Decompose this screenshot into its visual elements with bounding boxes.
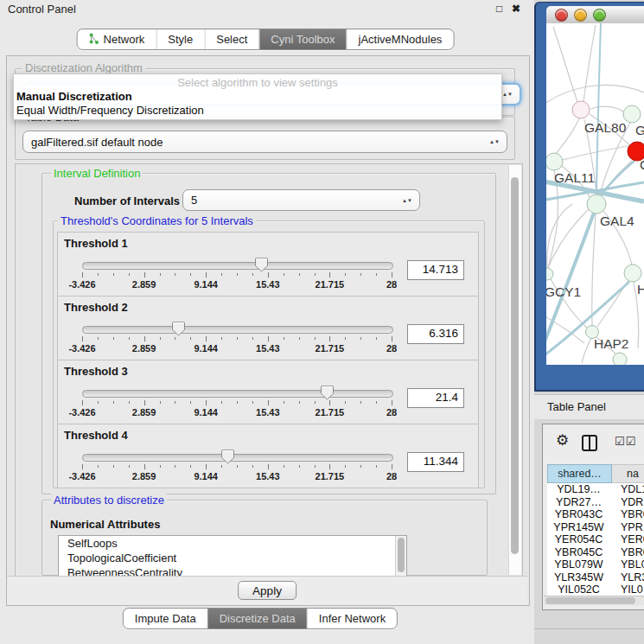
cell-name: YPR1 xyxy=(610,521,644,534)
threshold-slider[interactable]: -3.4262.8599.14415.4321.71528 xyxy=(82,454,392,481)
threshold-value-field[interactable]: 11.344 xyxy=(407,452,464,472)
threshold-row: Threshold 1-3.4262.8599.14415.4321.71528… xyxy=(57,232,479,296)
attribute-item-topologicalcoefficient[interactable]: TopologicalCoefficient xyxy=(59,551,406,565)
attributes-group-label: Attributes to discretize xyxy=(51,494,167,507)
slider-thumb[interactable] xyxy=(321,386,334,400)
interval-definition-label: Interval Definition xyxy=(51,167,143,180)
tab-discretize-data[interactable]: Discretize Data xyxy=(207,609,307,628)
cell-name: YDL1 xyxy=(610,483,644,496)
table-row[interactable]: YER054CYER0 xyxy=(547,533,644,546)
apply-strip: Apply xyxy=(7,576,527,605)
cell-shared-name: YDL19… xyxy=(547,483,610,496)
network-node[interactable] xyxy=(587,194,606,214)
tab-network[interactable]: Network xyxy=(78,29,156,49)
cell-name: YER0 xyxy=(610,533,644,546)
discretization-algorithm-label: Discretization Algorithm xyxy=(22,61,145,74)
apply-button[interactable]: Apply xyxy=(238,581,296,600)
attribute-item-selfloops[interactable]: SelfLoops xyxy=(59,536,406,551)
number-of-intervals-combo[interactable]: 5 ▲▼ xyxy=(182,189,420,211)
table-row[interactable]: YBR043CYBR0 xyxy=(547,508,644,521)
popup-option-manual-discretization[interactable]: Manual Discretization xyxy=(14,90,501,104)
network-edge[interactable] xyxy=(590,106,623,112)
table-row[interactable]: YIL052CYIL0 xyxy=(547,583,644,596)
network-edge[interactable] xyxy=(553,27,577,102)
list-scrollbar[interactable] xyxy=(395,536,406,576)
network-edge[interactable] xyxy=(583,25,596,102)
network-node[interactable] xyxy=(572,101,590,118)
table-row[interactable]: YDR27…YDR2 xyxy=(547,496,644,509)
tab-label: Infer Network xyxy=(319,612,386,625)
zoom-traffic-light[interactable] xyxy=(593,9,606,22)
cell-shared-name: YBR045C xyxy=(547,546,610,559)
slider-thumb[interactable] xyxy=(221,450,234,464)
thresholds-group: Threshold's Coordinates for 5 Intervals … xyxy=(53,220,485,488)
numerical-attributes-label: Numerical Attributes xyxy=(50,518,160,531)
column-header-shared-name[interactable]: shared… xyxy=(547,464,612,483)
cell-name: YBR0 xyxy=(610,546,644,559)
slider-track[interactable] xyxy=(82,262,393,270)
tab-style[interactable]: Style xyxy=(156,29,204,49)
slider-thumb[interactable] xyxy=(172,322,185,336)
threshold-label: Threshold 1 xyxy=(64,237,128,250)
popup-options: Manual DiscretizationEqual Width/Frequen… xyxy=(14,90,501,118)
threshold-slider[interactable]: -3.4262.8599.14415.4321.71528 xyxy=(82,326,392,354)
screenshot-root: Control Panel □ ✖ NetworkStyleSelectCyni… xyxy=(0,0,644,644)
network-edge[interactable] xyxy=(556,118,579,154)
table-row[interactable]: YDL19…YDL1 xyxy=(547,483,644,496)
network-node[interactable] xyxy=(624,265,641,282)
table-horizontal-scrollbar[interactable] xyxy=(544,596,644,605)
threshold-value-field[interactable]: 21.4 xyxy=(407,388,464,408)
threshold-value-field[interactable]: 14.713 xyxy=(407,260,464,280)
network-node-label: GAL11 xyxy=(554,170,595,185)
settings-vertical-scrollbar[interactable] xyxy=(508,165,521,575)
network-node[interactable] xyxy=(546,153,563,170)
slider-track[interactable] xyxy=(82,326,393,334)
network-edge[interactable] xyxy=(592,214,596,325)
tab-infer-network[interactable]: Infer Network xyxy=(307,609,397,628)
threshold-slider[interactable]: -3.4262.8599.14415.4321.71528 xyxy=(82,390,392,418)
close-traffic-light[interactable] xyxy=(555,9,568,22)
slider-tick-labels: -3.4262.8599.14415.4321.71528 xyxy=(82,471,392,481)
slider-thumb[interactable] xyxy=(255,258,268,272)
network-node-label: C xyxy=(640,157,644,172)
tab-cyni-toolbox[interactable]: Cyni Toolbox xyxy=(258,29,346,49)
slider-track[interactable] xyxy=(82,390,393,398)
tab-label: jActiveMNodules xyxy=(359,33,443,46)
gear-icon[interactable]: ⚙ xyxy=(556,431,569,450)
checkbox-icons[interactable]: ☑☑ xyxy=(615,435,636,448)
tab-impute-data[interactable]: Impute Data xyxy=(124,609,207,628)
close-window-icon[interactable]: ✖ xyxy=(512,3,520,15)
network-node[interactable] xyxy=(546,268,553,280)
tab-label: Impute Data xyxy=(135,612,196,625)
float-window-icon[interactable]: □ xyxy=(496,3,502,15)
network-node-label: H xyxy=(637,282,644,296)
network-view-window: GAL80GACGAL11GAL4GCY1HHAP2 xyxy=(534,2,644,392)
network-node-label: GCY1 xyxy=(546,284,581,299)
bottom-tabbar: Impute DataDiscretize DataInfer Network xyxy=(123,608,398,629)
tab-select[interactable]: Select xyxy=(204,29,258,49)
minimize-traffic-light[interactable] xyxy=(574,9,587,22)
table-data-group: Table Data galFiltered.sif default node … xyxy=(15,117,515,160)
slider-track[interactable] xyxy=(82,454,393,462)
table-row[interactable]: YPR145WYPR1 xyxy=(547,521,644,534)
network-edge[interactable] xyxy=(596,23,601,194)
network-canvas[interactable]: GAL80GACGAL11GAL4GCY1HHAP2 xyxy=(546,23,644,365)
threshold-value-field[interactable]: 6.316 xyxy=(407,324,464,344)
network-node-label: GA xyxy=(635,123,644,137)
network-node[interactable] xyxy=(613,353,627,365)
threshold-slider[interactable]: -3.4262.8599.14415.4321.71528 xyxy=(82,262,392,290)
slider-ticks xyxy=(82,272,392,278)
popup-prompt: Select algorithm to view settings xyxy=(14,74,501,90)
table-row[interactable]: YBL079WYBL0 xyxy=(547,558,644,571)
columns-icon[interactable] xyxy=(582,435,597,451)
popup-option-equal-width-frequency-discretization[interactable]: Equal Width/Frequency Discretization xyxy=(14,104,501,118)
network-node-label: GAL4 xyxy=(600,214,634,228)
table-row[interactable]: YLR345WYLR3 xyxy=(547,571,644,584)
table-data-combo[interactable]: galFiltered.sif default node ▲▼ xyxy=(22,131,507,153)
number-of-intervals-label: Number of Intervals xyxy=(74,194,180,207)
table-row[interactable]: YBR045CYBR0 xyxy=(547,546,644,559)
column-header-name[interactable]: na xyxy=(612,464,644,483)
numerical-attributes-list[interactable]: SelfLoopsTopologicalCoefficientBetweenne… xyxy=(58,535,407,577)
tab-jactivemnodules[interactable]: jActiveMNodules xyxy=(347,29,454,49)
combo-stepper-icon: ▲▼ xyxy=(489,140,500,144)
